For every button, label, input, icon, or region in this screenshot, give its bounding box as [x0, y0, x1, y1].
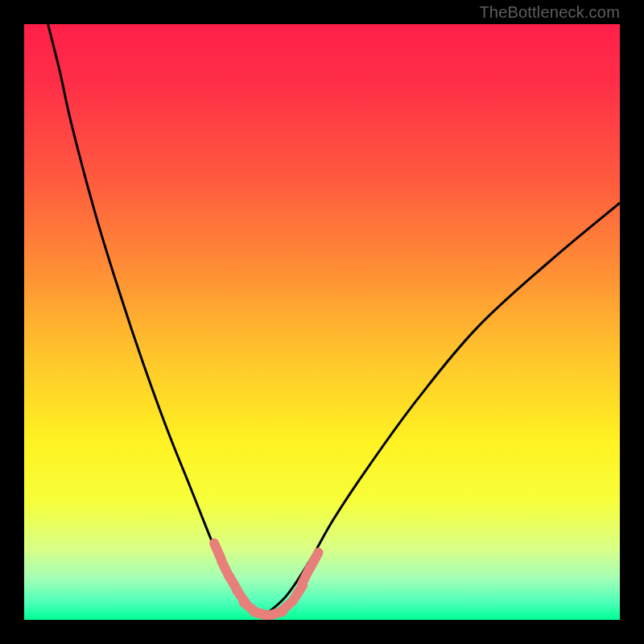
curves-layer: [24, 24, 620, 620]
marker-group: [214, 543, 318, 617]
chart-frame: TheBottleneck.com: [0, 0, 644, 644]
attribution-label: TheBottleneck.com: [479, 3, 620, 22]
plot-area: [24, 24, 620, 620]
left-curve: [48, 24, 262, 617]
marker-dash: [310, 552, 318, 568]
